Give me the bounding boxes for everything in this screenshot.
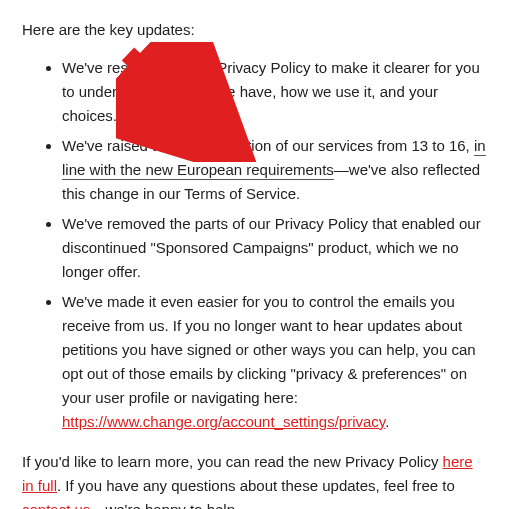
outro-part: If you'd like to learn more, you can rea… [22,453,443,470]
outro-part: . If you have any questions about these … [57,477,455,494]
outro-part: —we're happy to help. [90,501,239,509]
contact-us-link[interactable]: contact us [22,501,90,509]
bullet-pre: We've made it even easier for you to con… [62,293,476,406]
list-item: We've made it even easier for you to con… [62,290,488,434]
privacy-settings-link[interactable]: https://www.change.org/account_settings/… [62,413,385,430]
intro-text: Here are the key updates: [22,18,488,42]
updates-list: We've restructured our Privacy Policy to… [22,56,488,434]
list-item: We've raised the age restriction of our … [62,134,488,206]
list-item: We've removed the parts of our Privacy P… [62,212,488,284]
bullet-post: . [385,413,389,430]
outro-text: If you'd like to learn more, you can rea… [22,450,488,509]
bullet-pre: We've raised the age restriction of our … [62,137,474,154]
list-item: We've restructured our Privacy Policy to… [62,56,488,128]
